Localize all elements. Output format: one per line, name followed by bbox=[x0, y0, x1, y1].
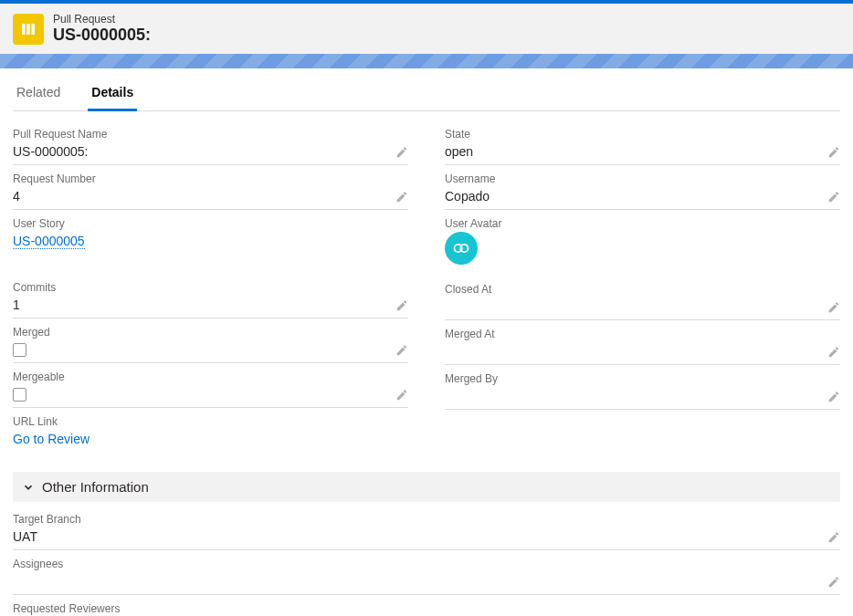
link-user-story[interactable]: US-0000005 bbox=[13, 234, 85, 249]
pencil-icon[interactable] bbox=[395, 389, 408, 402]
left-column: Pull Request Name US-0000005: Request Nu… bbox=[13, 128, 408, 459]
label-url-link: URL Link bbox=[13, 415, 408, 428]
record-type-icon bbox=[13, 14, 44, 45]
field-merged-by: Merged By bbox=[445, 372, 840, 410]
field-user-story: User Story US-0000005 bbox=[13, 217, 408, 254]
section-other-information[interactable]: Other Information bbox=[13, 472, 840, 502]
record-type-label: Pull Request bbox=[53, 13, 151, 26]
pencil-icon[interactable] bbox=[827, 576, 840, 589]
value-assignees bbox=[13, 572, 840, 590]
label-target-branch: Target Branch bbox=[13, 513, 840, 526]
field-merged-at: Merged At bbox=[445, 328, 840, 365]
field-user-avatar: User Avatar bbox=[445, 217, 840, 268]
value-merged-by bbox=[445, 387, 840, 405]
label-requested-reviewers: Requested Reviewers bbox=[13, 602, 840, 615]
svg-rect-2 bbox=[31, 24, 35, 35]
field-state: State open bbox=[445, 128, 840, 165]
label-assignees: Assignees bbox=[13, 558, 840, 570]
checkbox-merged bbox=[13, 343, 26, 357]
label-req-num: Request Number bbox=[13, 172, 408, 185]
label-commits: Commits bbox=[13, 281, 408, 294]
pencil-icon[interactable] bbox=[395, 344, 408, 357]
field-merged: Merged bbox=[13, 326, 408, 363]
value-closed-at bbox=[445, 298, 840, 316]
label-user-story: User Story bbox=[13, 217, 408, 230]
value-username: Copado bbox=[445, 187, 840, 205]
field-username: Username Copado bbox=[445, 172, 840, 210]
value-target-branch: UAT bbox=[13, 527, 840, 546]
right-column: State open Username Copado User Avatar bbox=[445, 128, 840, 459]
field-target-branch: Target Branch UAT bbox=[13, 513, 840, 550]
field-pull-request-name: Pull Request Name US-0000005: bbox=[13, 128, 408, 165]
field-request-number: Request Number 4 bbox=[13, 172, 408, 210]
link-go-to-review[interactable]: Go to Review bbox=[13, 432, 90, 446]
label-state: State bbox=[445, 128, 840, 141]
value-merged-at bbox=[445, 342, 840, 360]
field-url-link: URL Link Go to Review bbox=[13, 415, 408, 452]
field-mergeable: Mergeable bbox=[13, 371, 408, 408]
pencil-icon[interactable] bbox=[395, 146, 408, 159]
field-requested-reviewers: Requested Reviewers bbox=[13, 602, 840, 616]
avatar bbox=[445, 232, 478, 265]
label-pr-name: Pull Request Name bbox=[13, 128, 408, 141]
chevron-down-icon bbox=[22, 481, 35, 494]
tab-related[interactable]: Related bbox=[13, 76, 64, 111]
value-req-num: 4 bbox=[13, 187, 408, 205]
pencil-icon[interactable] bbox=[827, 346, 840, 359]
checkbox-mergeable bbox=[13, 388, 26, 402]
pencil-icon[interactable] bbox=[827, 531, 840, 544]
label-merged-by: Merged By bbox=[445, 372, 840, 385]
svg-rect-0 bbox=[22, 24, 26, 35]
pencil-icon[interactable] bbox=[827, 301, 840, 314]
section-title: Other Information bbox=[42, 479, 149, 495]
field-commits: Commits 1 bbox=[13, 281, 408, 318]
decorative-banner bbox=[0, 54, 853, 68]
value-state: open bbox=[445, 142, 840, 161]
label-mergeable: Mergeable bbox=[13, 371, 408, 383]
svg-rect-1 bbox=[26, 24, 30, 35]
value-commits: 1 bbox=[13, 296, 408, 314]
page-header: Pull Request US-0000005: bbox=[0, 4, 853, 54]
field-assignees: Assignees bbox=[13, 558, 840, 595]
detail-tabs: Related Details bbox=[13, 68, 840, 111]
label-closed-at: Closed At bbox=[445, 283, 840, 296]
page-title: US-0000005: bbox=[53, 26, 151, 45]
field-closed-at: Closed At bbox=[445, 283, 840, 320]
pencil-icon[interactable] bbox=[827, 391, 840, 403]
pencil-icon[interactable] bbox=[395, 191, 408, 204]
pencil-icon[interactable] bbox=[827, 191, 840, 204]
label-username: Username bbox=[445, 172, 840, 185]
label-merged: Merged bbox=[13, 326, 408, 339]
tab-details[interactable]: Details bbox=[88, 76, 137, 111]
value-pr-name: US-0000005: bbox=[13, 142, 408, 161]
label-merged-at: Merged At bbox=[445, 328, 840, 340]
pencil-icon[interactable] bbox=[395, 299, 408, 312]
label-avatar: User Avatar bbox=[445, 217, 840, 230]
pencil-icon[interactable] bbox=[827, 146, 840, 159]
